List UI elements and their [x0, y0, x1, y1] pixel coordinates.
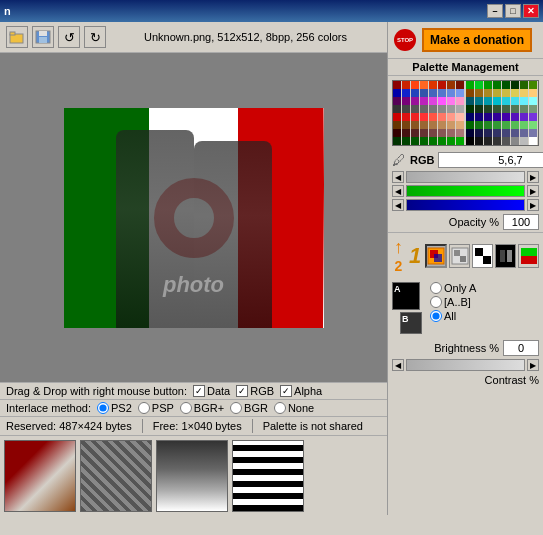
- only-a-radio-label[interactable]: Only A: [430, 282, 476, 294]
- palette-cell-6[interactable]: [447, 81, 455, 89]
- palette-cell-80[interactable]: [393, 121, 401, 129]
- palette-cell-48[interactable]: [393, 105, 401, 113]
- open-button[interactable]: [6, 26, 28, 48]
- palette-cell-47[interactable]: [529, 97, 537, 105]
- palette-cell-95[interactable]: [529, 121, 537, 129]
- slider-left-3[interactable]: ◀: [392, 199, 404, 211]
- palette-cell-67[interactable]: [420, 113, 428, 121]
- palette-cell-39[interactable]: [456, 97, 464, 105]
- palette-cell-35[interactable]: [420, 97, 428, 105]
- palette-cell-86[interactable]: [447, 121, 455, 129]
- palette-cell-76[interactable]: [502, 113, 510, 121]
- palette-cell-77[interactable]: [511, 113, 519, 121]
- palette-cell-22[interactable]: [447, 89, 455, 97]
- palette-cell-4[interactable]: [429, 81, 437, 89]
- tool-icon-e[interactable]: [518, 244, 539, 268]
- palette-cell-99[interactable]: [420, 129, 428, 137]
- palette-cell-25[interactable]: [475, 89, 483, 97]
- palette-cell-12[interactable]: [502, 81, 510, 89]
- palette-cell-58[interactable]: [484, 105, 492, 113]
- ab-radio[interactable]: [430, 296, 442, 308]
- palette-cell-126[interactable]: [520, 137, 528, 145]
- palette-cell-91[interactable]: [493, 121, 501, 129]
- palette-cell-64[interactable]: [393, 113, 401, 121]
- palette-cell-89[interactable]: [475, 121, 483, 129]
- palette-cell-94[interactable]: [520, 121, 528, 129]
- brightness-slider-track[interactable]: [406, 359, 525, 371]
- ab-radio-label[interactable]: [A..B]: [430, 296, 476, 308]
- palette-cell-44[interactable]: [502, 97, 510, 105]
- palette-cell-68[interactable]: [429, 113, 437, 121]
- all-radio[interactable]: [430, 310, 442, 322]
- palette-cell-52[interactable]: [429, 105, 437, 113]
- palette-cell-109[interactable]: [511, 129, 519, 137]
- palette-cell-41[interactable]: [475, 97, 483, 105]
- palette-cell-59[interactable]: [493, 105, 501, 113]
- palette-cell-118[interactable]: [447, 137, 455, 145]
- palette-cell-102[interactable]: [447, 129, 455, 137]
- palette-cell-2[interactable]: [411, 81, 419, 89]
- palette-cell-42[interactable]: [484, 97, 492, 105]
- minimize-button[interactable]: –: [487, 4, 503, 18]
- palette-cell-33[interactable]: [402, 97, 410, 105]
- palette-cell-11[interactable]: [493, 81, 501, 89]
- palette-cell-32[interactable]: [393, 97, 401, 105]
- palette-cell-17[interactable]: [402, 89, 410, 97]
- palette-cell-3[interactable]: [420, 81, 428, 89]
- palette-cell-0[interactable]: [393, 81, 401, 89]
- ps2-radio-label[interactable]: PS2: [97, 402, 132, 414]
- palette-cell-10[interactable]: [484, 81, 492, 89]
- opacity-input[interactable]: [503, 214, 539, 230]
- palette-cell-7[interactable]: [456, 81, 464, 89]
- bgr-plus-radio-label[interactable]: BGR+: [180, 402, 224, 414]
- palette-cell-105[interactable]: [475, 129, 483, 137]
- palette-cell-119[interactable]: [456, 137, 464, 145]
- palette-cell-15[interactable]: [529, 81, 537, 89]
- palette-cell-92[interactable]: [502, 121, 510, 129]
- tool-icon-b[interactable]: [449, 244, 470, 268]
- all-radio-label[interactable]: All: [430, 310, 476, 322]
- palette-cell-73[interactable]: [475, 113, 483, 121]
- palette-cell-29[interactable]: [511, 89, 519, 97]
- canvas-area[interactable]: photo: [0, 53, 387, 382]
- only-a-radio[interactable]: [430, 282, 442, 294]
- palette-cell-36[interactable]: [429, 97, 437, 105]
- palette-cell-61[interactable]: [511, 105, 519, 113]
- palette-cell-65[interactable]: [402, 113, 410, 121]
- palette-cell-1[interactable]: [402, 81, 410, 89]
- palette-cell-5[interactable]: [438, 81, 446, 89]
- palette-cell-108[interactable]: [502, 129, 510, 137]
- palette-cell-121[interactable]: [475, 137, 483, 145]
- palette-cell-85[interactable]: [438, 121, 446, 129]
- data-checkbox[interactable]: ✓: [193, 385, 205, 397]
- color-b-swatch[interactable]: B: [400, 312, 422, 334]
- palette-cell-69[interactable]: [438, 113, 446, 121]
- palette-cell-62[interactable]: [520, 105, 528, 113]
- ps2-radio[interactable]: [97, 402, 109, 414]
- alpha-checkbox-label[interactable]: ✓ Alpha: [280, 385, 322, 397]
- tool-icon-a[interactable]: [425, 244, 447, 268]
- palette-cell-21[interactable]: [438, 89, 446, 97]
- palette-cell-79[interactable]: [529, 113, 537, 121]
- palette-cell-55[interactable]: [456, 105, 464, 113]
- thumbnail-3[interactable]: [156, 440, 228, 512]
- bgr-plus-radio[interactable]: [180, 402, 192, 414]
- palette-cell-115[interactable]: [420, 137, 428, 145]
- thumbnail-2[interactable]: [80, 440, 152, 512]
- palette-cell-98[interactable]: [411, 129, 419, 137]
- palette-cell-104[interactable]: [466, 129, 474, 137]
- palette-cell-125[interactable]: [511, 137, 519, 145]
- palette-cell-116[interactable]: [429, 137, 437, 145]
- palette-cell-27[interactable]: [493, 89, 501, 97]
- tool-icon-d[interactable]: [495, 244, 516, 268]
- palette-cell-74[interactable]: [484, 113, 492, 121]
- brightness-slider-left[interactable]: ◀: [392, 359, 404, 371]
- brightness-input[interactable]: [503, 340, 539, 356]
- palette-cell-103[interactable]: [456, 129, 464, 137]
- palette-cell-40[interactable]: [466, 97, 474, 105]
- maximize-button[interactable]: □: [505, 4, 521, 18]
- slider-left-1[interactable]: ◀: [392, 171, 404, 183]
- palette-cell-87[interactable]: [456, 121, 464, 129]
- palette-cell-24[interactable]: [466, 89, 474, 97]
- palette-cell-70[interactable]: [447, 113, 455, 121]
